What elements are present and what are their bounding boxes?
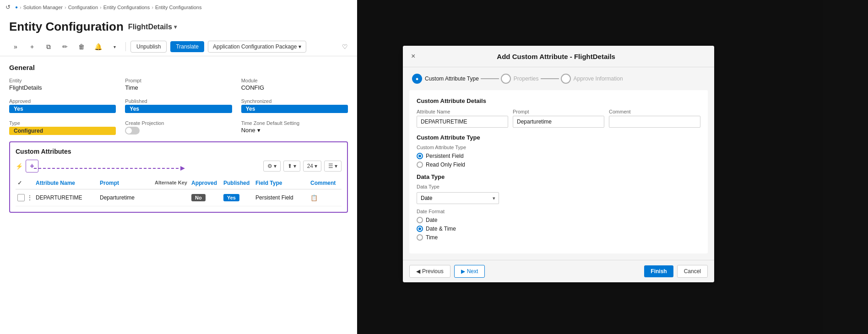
filter-icon[interactable]: ⚡ bbox=[16, 163, 23, 170]
modal-overlay: × Add Custom Attribute - FlightDetails ●… bbox=[357, 0, 868, 334]
radio-date-time[interactable]: Date & Time bbox=[417, 226, 700, 232]
content-area: General Entity FlightDetails Prompt Time… bbox=[0, 56, 357, 220]
radio-time[interactable]: Time bbox=[417, 234, 700, 241]
modal-close-button[interactable]: × bbox=[411, 52, 415, 60]
radio-date-btn[interactable] bbox=[417, 217, 423, 223]
step-2-label: Properties bbox=[514, 75, 539, 82]
radio-persistent[interactable]: Persistent Field bbox=[417, 153, 700, 159]
modal-title: Add Custom Attribute - FlightDetails bbox=[497, 53, 615, 60]
data-type-select-wrapper[interactable]: Date String Integer Boolean bbox=[417, 192, 499, 204]
delete-icon[interactable]: 🗑 bbox=[75, 40, 88, 53]
data-type-select[interactable]: Date String Integer Boolean bbox=[417, 192, 499, 204]
attrs-toolbar: ⚡ + ⚙ ▾ ⬆ ▾ 24 ▾ ☰ bbox=[16, 160, 342, 172]
breadcrumb-solution-manager[interactable]: Solution Manager bbox=[23, 5, 63, 10]
row-dots[interactable]: ⋮ bbox=[25, 193, 34, 202]
entity-selector[interactable]: FlightDetails ▾ bbox=[128, 23, 177, 31]
published-field: Published Yes bbox=[125, 98, 232, 113]
count-chevron: ▾ bbox=[315, 163, 317, 169]
th-approved[interactable]: Approved bbox=[190, 179, 222, 187]
radio-readonly-btn[interactable] bbox=[417, 162, 423, 168]
view-icon: ☰ bbox=[328, 163, 333, 169]
previous-button[interactable]: ◀ Previous bbox=[409, 265, 450, 278]
breadcrumb-sep1: › bbox=[65, 5, 66, 10]
edit-icon[interactable]: ✏ bbox=[59, 40, 71, 53]
translate-button[interactable]: Translate bbox=[170, 41, 204, 52]
step-1[interactable]: ● Custom Attribute Type bbox=[412, 74, 479, 84]
settings-button[interactable]: ⚙ ▾ bbox=[263, 161, 281, 172]
breadcrumb-configuration[interactable]: Configuration bbox=[68, 5, 98, 10]
step-line-1 bbox=[481, 78, 499, 79]
footer-right: Finish Cancel bbox=[644, 265, 708, 278]
modal-prompt-label: Prompt bbox=[513, 109, 604, 114]
copy-icon[interactable]: ⧉ bbox=[42, 40, 55, 53]
step-3-circle bbox=[561, 74, 571, 84]
row-comment[interactable]: 📋 bbox=[309, 194, 327, 202]
step-3[interactable]: Approve Information bbox=[561, 74, 623, 84]
row-checkbox-cell[interactable] bbox=[16, 193, 25, 202]
step-1-circle: ● bbox=[412, 74, 422, 84]
export-chevron: ▾ bbox=[293, 163, 296, 169]
app-config-button[interactable]: Application Configuration Package ▾ bbox=[208, 41, 306, 53]
toolbar: » + ⧉ ✏ 🗑 🔔 ▾ Unpublish Translate Applic… bbox=[0, 38, 357, 56]
radio-date-time-btn[interactable] bbox=[417, 226, 423, 232]
modal-prompt-input[interactable] bbox=[513, 116, 604, 128]
step-line-2 bbox=[541, 78, 559, 79]
step-2[interactable]: Properties bbox=[501, 74, 539, 84]
cancel-button[interactable]: Cancel bbox=[677, 265, 708, 278]
view-button[interactable]: ☰ ▾ bbox=[324, 161, 342, 172]
radio-time-btn[interactable] bbox=[417, 234, 423, 241]
modal-comment-input[interactable] bbox=[609, 116, 700, 128]
radio-date[interactable]: Date bbox=[417, 217, 700, 223]
refresh-icon[interactable]: ↺ bbox=[5, 4, 11, 11]
chevron-right-icon[interactable]: » bbox=[9, 40, 22, 53]
table-header: ✓ Attribute Name Prompt Alternate Key Ap… bbox=[16, 177, 342, 189]
prompt-label: Prompt bbox=[125, 78, 232, 83]
radio-date-time-label: Date & Time bbox=[426, 226, 456, 232]
attr-type-radio-group: Persistent Field Read Only Field bbox=[417, 153, 700, 168]
breadcrumb-entity-configs2[interactable]: Entity Configurations bbox=[155, 5, 202, 10]
radio-persistent-btn[interactable] bbox=[417, 153, 423, 159]
data-type-section: Data Type Data Type Date String Integer … bbox=[417, 173, 700, 241]
approved-label: Approved bbox=[9, 98, 116, 104]
th-attribute-name[interactable]: Attribute Name bbox=[34, 179, 98, 187]
step-2-circle bbox=[501, 74, 511, 84]
th-prompt[interactable]: Prompt bbox=[98, 179, 153, 187]
attr-name-input[interactable] bbox=[417, 116, 508, 128]
fields-row1: Entity FlightDetails Prompt Time Module … bbox=[9, 78, 348, 91]
modal-comment-group: Comment bbox=[609, 109, 700, 128]
next-button[interactable]: ▶ Next bbox=[454, 265, 485, 278]
wizard-steps: ● Custom Attribute Type Properties Appro… bbox=[403, 67, 714, 90]
attr-type-head: Custom Attribute Type bbox=[417, 134, 700, 141]
heart-icon[interactable]: ♡ bbox=[342, 43, 348, 50]
th-field-type[interactable]: Field Type bbox=[254, 179, 309, 187]
create-projection-field: Create Projection bbox=[125, 120, 232, 135]
app-config-chevron: ▾ bbox=[298, 43, 301, 50]
radio-readonly[interactable]: Read Only Field bbox=[417, 162, 700, 168]
th-published[interactable]: Published bbox=[222, 179, 254, 187]
add-custom-attr-modal: × Add Custom Attribute - FlightDetails ●… bbox=[403, 46, 714, 282]
fields-row2: Approved Yes Published Yes Synchronized … bbox=[9, 98, 348, 113]
modal-prompt-group: Prompt bbox=[513, 109, 604, 128]
details-form-row: Attribute Name Prompt Comment bbox=[417, 109, 700, 128]
bell-chevron-icon[interactable]: ▾ bbox=[108, 40, 121, 53]
modal-header: × Add Custom Attribute - FlightDetails bbox=[403, 46, 714, 67]
toolbar-separator bbox=[125, 42, 126, 51]
count-button[interactable]: 24 ▾ bbox=[303, 161, 321, 172]
create-projection-toggle[interactable] bbox=[125, 127, 232, 135]
view-chevron: ▾ bbox=[335, 163, 337, 169]
finish-button[interactable]: Finish bbox=[644, 265, 673, 277]
add-custom-attr-button[interactable]: + bbox=[26, 160, 38, 172]
module-field: Module CONFIG bbox=[241, 78, 348, 91]
export-button[interactable]: ⬆ ▾ bbox=[283, 161, 300, 172]
th-dots bbox=[25, 179, 34, 187]
breadcrumb-entity-configs1[interactable]: Entity Configurations bbox=[103, 5, 150, 10]
radio-date-label: Date bbox=[426, 217, 437, 223]
module-value: CONFIG bbox=[241, 84, 348, 91]
th-comment[interactable]: Comment bbox=[309, 179, 327, 187]
timezone-chevron: ▾ bbox=[257, 127, 260, 134]
timezone-select[interactable]: None ▾ bbox=[241, 127, 348, 134]
attr-type-label: Custom Attribute Type bbox=[417, 145, 700, 150]
add-icon[interactable]: + bbox=[26, 40, 38, 53]
unpublish-button[interactable]: Unpublish bbox=[130, 41, 167, 53]
bell-icon[interactable]: 🔔 bbox=[92, 40, 104, 53]
